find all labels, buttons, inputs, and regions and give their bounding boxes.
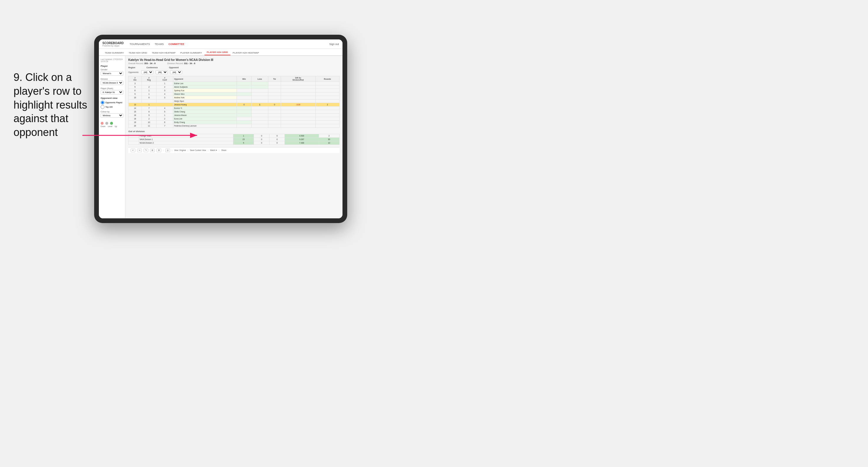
player-rank-select[interactable]: 8. Katelyn Vo xyxy=(101,90,123,94)
table-row[interactable]: 31 Esther Lee xyxy=(129,82,340,85)
save-custom-view-button[interactable]: Save Custom View xyxy=(190,149,206,151)
tab-team-h2h-heatmap[interactable]: TEAM H2H HEATMAP xyxy=(150,50,178,55)
table-row[interactable]: 1063 Andrea York xyxy=(129,96,340,99)
tab-player-summary[interactable]: PLAYER SUMMARY xyxy=(178,50,205,55)
tab-player-h2h-heatmap[interactable]: PLAYER H2H HEATMAP xyxy=(230,50,261,55)
undo-button[interactable]: ↩ xyxy=(131,149,135,152)
nav-bar: SCOREBOARD Powered by clippd TOURNAMENTS… xyxy=(99,39,342,49)
filters-row2: Opponents: (All) (All) (All) xyxy=(128,70,340,74)
redo-button[interactable]: ↪ xyxy=(137,149,142,152)
col-div: #Div xyxy=(129,76,142,82)
share-button[interactable]: Share xyxy=(221,149,226,151)
col-loss: Loss xyxy=(251,76,268,82)
highlighted-row[interactable]: 131 Jessica Huang 0 1 0 -3.00 2 xyxy=(129,103,340,106)
tab-team-h2h-grid[interactable]: TEAM H2H GRID xyxy=(126,50,150,55)
opponents-filter[interactable]: (All) xyxy=(141,70,153,74)
timestamp: Last Updated: 27/03/2024 16:55:28 xyxy=(101,58,123,62)
opponent-view-title: Opponent view xyxy=(101,97,123,99)
table-row[interactable]: 1691 Jessica Mason xyxy=(129,114,340,117)
nav-committee[interactable]: COMMITTEE xyxy=(168,42,185,46)
timer-button[interactable]: ◎ xyxy=(165,149,170,152)
col-win: Win xyxy=(237,76,251,82)
annotation-arrow xyxy=(80,124,203,147)
nav-teams[interactable]: TEAMS xyxy=(155,42,164,46)
toolbar-sep: | xyxy=(163,149,164,151)
filters-row: Region Conference Opponent xyxy=(128,66,340,68)
panel-title: Katelyn Vo Head-to-Head Grid for Women's… xyxy=(128,58,340,62)
region-label: Region xyxy=(128,66,135,68)
col-reg: #Reg xyxy=(142,76,156,82)
player-section-title: Player xyxy=(101,65,123,67)
settings-button[interactable]: ⚙ xyxy=(157,149,161,152)
tab-team-summary[interactable]: TEAM SUMMARY xyxy=(102,50,126,55)
panel-records: Overall Record: 353 - 34 - 6 Division Re… xyxy=(128,62,340,65)
table-row[interactable]: 1822 Euna Lee xyxy=(129,117,340,121)
gender-select[interactable]: Women's xyxy=(101,71,123,75)
opp-filter[interactable]: (All) xyxy=(170,70,182,74)
radio-top100[interactable]: Top 100 xyxy=(101,105,123,109)
opponent-label: Opponent xyxy=(169,66,179,68)
col-diff: Diff AvStrokes/Rnd xyxy=(281,76,315,82)
table-row[interactable]: 522 Alexis Sudjianto xyxy=(129,85,340,89)
table-row[interactable]: 914 Sharon Mun xyxy=(129,92,340,96)
sign-out-button[interactable]: Sign out xyxy=(329,43,339,45)
bottom-toolbar: ↩ ↪ ↷ ⊞ ⚙ | ◎ | View: Original | Save Cu… xyxy=(128,147,340,153)
col-tie: Tie xyxy=(268,76,281,82)
division-label: Division xyxy=(101,78,123,80)
col-rounds: Rounds xyxy=(315,76,339,82)
radio-opponents-played[interactable]: Opponents Played xyxy=(101,101,123,104)
nav-tournaments[interactable]: TOURNAMENTS xyxy=(129,42,150,46)
watch-button[interactable]: Watch ▾ xyxy=(210,149,217,152)
table-row[interactable]: 1474 Eunice Yi xyxy=(129,106,340,110)
conference-label: Conference xyxy=(147,66,158,68)
player-rank-label: Player (Rank) xyxy=(101,87,123,89)
table-row[interactable]: 1585 Stella Chang xyxy=(129,110,340,114)
nav-logo: SCOREBOARD Powered by clippd xyxy=(102,41,124,47)
conf-filter[interactable]: (All) xyxy=(156,70,168,74)
colour-by-label: Colour by xyxy=(101,111,123,113)
sub-nav: TEAM SUMMARY TEAM H2H GRID TEAM H2H HEAT… xyxy=(99,49,342,56)
colour-by-select[interactable]: Win/loss xyxy=(101,113,123,118)
view-original-button[interactable]: View: Original xyxy=(174,149,186,151)
division-select[interactable]: NCAA Division III xyxy=(101,81,123,85)
gender-label: Gender xyxy=(101,68,123,71)
table-row[interactable]: 613 Sydney Kuo xyxy=(129,89,340,92)
table-row[interactable]: Heejo Hyun xyxy=(129,99,340,103)
nav-links: TOURNAMENTS TEAMS COMMITTEE xyxy=(129,42,329,46)
tab-player-h2h-grid[interactable]: PLAYER H2H GRID xyxy=(205,50,230,55)
grid-button[interactable]: ⊞ xyxy=(150,149,155,152)
forward-button[interactable]: ↷ xyxy=(144,149,148,152)
h2h-table: #Div #Reg #Conf Opponent Win Loss Tie Di… xyxy=(128,76,340,128)
col-conf: #Conf xyxy=(156,76,173,82)
col-opponent: Opponent xyxy=(173,76,237,82)
